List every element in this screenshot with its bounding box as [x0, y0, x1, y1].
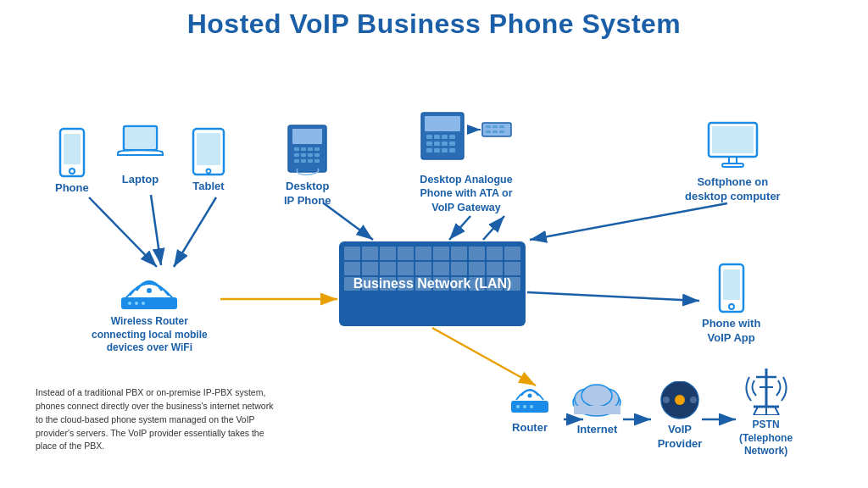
svg-line-5: [151, 195, 161, 265]
svg-rect-31: [314, 147, 320, 151]
svg-line-4: [89, 197, 157, 267]
page-title: Hosted VoIP Business Phone System: [17, 8, 851, 40]
svg-line-12: [527, 292, 699, 301]
svg-line-11: [530, 203, 727, 240]
svg-rect-42: [426, 135, 432, 139]
tablet-label: Tablet: [191, 180, 226, 194]
svg-rect-24: [197, 133, 220, 165]
svg-rect-58: [499, 125, 504, 128]
svg-rect-72: [723, 269, 740, 300]
svg-rect-51: [434, 148, 440, 152]
svg-point-85: [675, 395, 685, 405]
svg-rect-27: [292, 129, 322, 144]
svg-line-6: [174, 197, 216, 267]
svg-rect-28: [294, 147, 299, 151]
svg-point-76: [516, 405, 520, 408]
svg-rect-21: [125, 128, 155, 148]
svg-rect-50: [426, 148, 432, 152]
svg-rect-18: [64, 134, 81, 164]
svg-rect-29: [301, 147, 306, 151]
svg-rect-46: [426, 141, 432, 146]
info-box: Instead of a traditional PBX or on-premi…: [36, 386, 281, 453]
router-label: Router: [504, 421, 555, 435]
svg-rect-57: [492, 125, 498, 128]
laptop-device: Laptop: [117, 123, 164, 187]
phone-voip-device: Phone withVoIP App: [702, 263, 760, 346]
svg-line-10: [483, 216, 504, 240]
svg-rect-39: [314, 159, 320, 163]
softphone-label: Softphone ondesktop computer: [685, 175, 781, 204]
svg-rect-61: [499, 130, 504, 133]
internet-label: Internet: [570, 423, 625, 437]
svg-rect-63: [712, 126, 754, 153]
svg-point-77: [523, 405, 526, 408]
wireless-router-label: Wireless Routerconnecting local mobilede…: [92, 315, 208, 355]
svg-rect-55: [482, 123, 511, 136]
page: Hosted VoIP Business Phone System: [0, 0, 868, 488]
tablet-device: Tablet: [191, 127, 226, 194]
svg-rect-52: [442, 148, 448, 152]
svg-rect-37: [301, 159, 306, 163]
svg-rect-38: [308, 159, 313, 163]
svg-rect-49: [449, 141, 455, 146]
svg-rect-35: [314, 153, 320, 157]
svg-rect-83: [574, 406, 620, 414]
info-text: Instead of a traditional PBX or on-premi…: [36, 387, 273, 451]
svg-rect-43: [434, 135, 440, 139]
desktop-ip-phone-label: DesktopIP Phone: [284, 180, 331, 208]
svg-rect-32: [294, 153, 299, 157]
desktop-ip-phone-device: DesktopIP Phone: [284, 121, 331, 208]
svg-rect-56: [486, 125, 491, 128]
softphone-device: Softphone ondesktop computer: [685, 121, 781, 204]
laptop-label: Laptop: [117, 173, 164, 187]
svg-rect-41: [425, 116, 460, 131]
svg-point-25: [207, 169, 211, 174]
svg-rect-48: [442, 141, 448, 146]
svg-rect-45: [449, 135, 455, 139]
internet-device: Internet: [570, 377, 625, 437]
svg-rect-34: [308, 153, 313, 157]
svg-point-82: [581, 385, 612, 407]
wireless-router-device: Wireless Routerconnecting local mobilede…: [92, 265, 208, 355]
diagram: Phone Laptop Tablet: [17, 47, 851, 462]
voip-provider-label: VoIPProvider: [654, 423, 705, 452]
svg-rect-47: [434, 141, 440, 146]
svg-rect-44: [442, 135, 448, 139]
voip-provider-device: VoIPProvider: [654, 381, 705, 452]
phone-device: Phone: [55, 127, 89, 196]
svg-rect-30: [308, 147, 313, 151]
svg-point-86: [663, 396, 670, 403]
svg-point-68: [128, 302, 131, 305]
phone-label: Phone: [55, 181, 89, 196]
svg-rect-53: [449, 148, 455, 152]
desktop-analogue-label: Desktop AnalogueDesktop Analogue Phone w…: [420, 173, 513, 214]
svg-point-70: [142, 302, 145, 305]
svg-point-66: [147, 288, 152, 293]
svg-line-9: [449, 216, 470, 240]
svg-point-78: [530, 405, 533, 408]
router-device: Router: [504, 377, 555, 435]
phone-voip-label: Phone withVoIP App: [702, 317, 760, 346]
svg-rect-59: [486, 130, 491, 133]
svg-rect-33: [301, 153, 306, 157]
svg-point-69: [135, 302, 138, 305]
svg-rect-65: [722, 164, 743, 167]
pstn-device: PSTN(TelephoneNetwork): [739, 360, 793, 458]
svg-point-87: [690, 396, 697, 403]
pstn-label: PSTN(TelephoneNetwork): [739, 419, 793, 458]
svg-point-19: [70, 169, 75, 174]
svg-point-73: [729, 304, 734, 309]
business-network: Business Network (LAN): [339, 241, 526, 326]
desktop-analogue-device: Desktop AnalogueDesktop Analogue Phone w…: [420, 106, 513, 214]
svg-rect-36: [294, 159, 299, 163]
svg-point-74: [528, 394, 532, 398]
svg-line-8: [324, 203, 373, 240]
svg-rect-60: [492, 130, 498, 133]
